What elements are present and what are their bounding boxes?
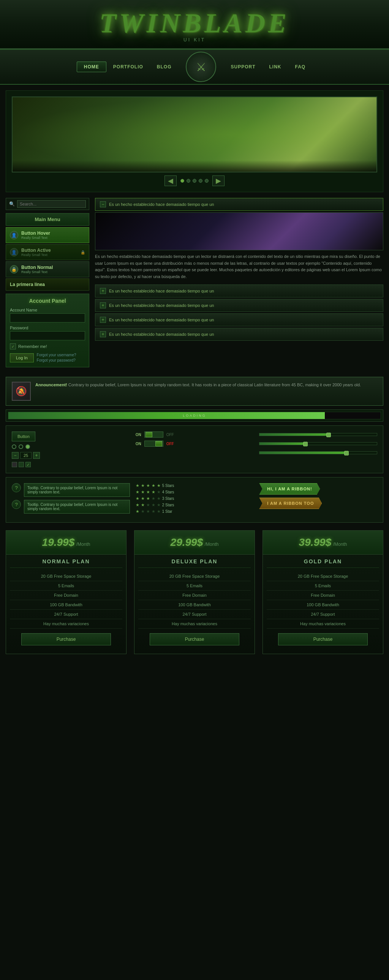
- star-3-2[interactable]: ★: [141, 496, 145, 501]
- accordion-toggle-1[interactable]: +: [100, 288, 106, 294]
- star-3-1[interactable]: ★: [136, 496, 139, 501]
- accordion-toggle-3[interactable]: +: [100, 317, 106, 323]
- loading-label: LOADING: [8, 414, 381, 417]
- checkbox-checked[interactable]: ✓: [26, 462, 31, 467]
- slider-handle-1[interactable]: [326, 433, 331, 437]
- tooltip-icon-1: ?: [12, 483, 21, 492]
- menu-item-text-item[interactable]: La primera línea: [6, 278, 89, 291]
- star-5-2[interactable]: ★: [141, 483, 145, 488]
- slider-dot-4[interactable]: [199, 179, 202, 183]
- menu-item-hover[interactable]: 👤 Button Hover Really Small Text: [6, 227, 89, 243]
- star-1-4[interactable]: ★: [151, 509, 155, 514]
- menu-item-active[interactable]: 👤 Button Active Really Small Text 🔒: [6, 244, 89, 260]
- nav-portfolio[interactable]: PORTFOLIO: [106, 62, 150, 72]
- slider-1[interactable]: [259, 433, 377, 436]
- toggle-on-label-1: ON: [136, 433, 141, 437]
- slider-dots: [180, 179, 209, 183]
- login-button[interactable]: Log In: [10, 353, 34, 363]
- purchase-button-deluxe[interactable]: Purchase: [150, 633, 240, 645]
- slider-next[interactable]: ▶: [212, 175, 225, 186]
- nav-support[interactable]: SUPPORT: [224, 62, 262, 72]
- forgot-links: Forgot your username? Forgot your passwo…: [37, 353, 77, 363]
- star-3-3[interactable]: ★: [146, 496, 150, 501]
- nav-home[interactable]: HOME: [77, 62, 106, 72]
- announce-bold: Announcement!: [35, 382, 67, 387]
- star-3-4[interactable]: ★: [151, 496, 155, 501]
- menu-item-text-active: Button Active Really Small Text: [21, 248, 78, 257]
- nav-faq[interactable]: FAQ: [289, 62, 312, 72]
- radio-2[interactable]: [19, 444, 23, 449]
- toggle-track-2[interactable]: [144, 441, 163, 447]
- remember-row: ✓ Remember me!: [10, 344, 85, 350]
- account-name-label: Account Name: [10, 308, 85, 312]
- pricing-feat-d-1: 20 GB Free Space Storage: [138, 572, 251, 581]
- star-4-4[interactable]: ★: [151, 490, 155, 495]
- purchase-button-gold[interactable]: Purchase: [278, 633, 368, 645]
- pricing-body-deluxe: DELUXE PLAN 20 GB Free Space Storage 5 E…: [134, 555, 255, 654]
- star-1-5[interactable]: ★: [157, 509, 161, 514]
- control-group-right: [259, 431, 377, 467]
- remember-checkbox[interactable]: ✓: [10, 344, 16, 350]
- toggle-row-1: ON OFF: [136, 431, 254, 438]
- star-label-2: 2 Stars: [162, 503, 174, 507]
- star-1-2[interactable]: ★: [141, 509, 145, 514]
- star-5-1[interactable]: ★: [136, 483, 139, 488]
- forgot-username-link[interactable]: Forgot your username?: [37, 353, 77, 358]
- demo-button[interactable]: Button: [12, 431, 35, 441]
- star-4-2[interactable]: ★: [141, 490, 145, 495]
- nav-blog[interactable]: BLOG: [150, 62, 179, 72]
- accordion-item-3: + Es un hecho establecido hace demasiado…: [95, 313, 383, 326]
- swatch-darkgreen[interactable]: [19, 462, 24, 467]
- ribbon-green: HI, I AM A RIBBON!: [259, 483, 320, 495]
- star-4-3[interactable]: ★: [146, 490, 150, 495]
- star-2-3[interactable]: ★: [146, 503, 150, 508]
- star-5-3[interactable]: ★: [146, 483, 150, 488]
- nav-right: SUPPORT LINK FAQ: [224, 62, 312, 72]
- star-1-1[interactable]: ★: [136, 509, 139, 514]
- star-5-4[interactable]: ★: [151, 483, 155, 488]
- pricing-feat-g-4: 100 GB Bandwith: [267, 600, 379, 610]
- accordion-toggle-top[interactable]: −: [100, 201, 106, 207]
- nav-logo: [186, 52, 216, 82]
- slider-prev[interactable]: ◀: [164, 175, 177, 186]
- star-3-5[interactable]: ★: [157, 496, 161, 501]
- account-name-input[interactable]: [10, 313, 85, 323]
- star-1-3[interactable]: ★: [146, 509, 150, 514]
- password-input[interactable]: [10, 331, 85, 340]
- counter-increment[interactable]: +: [33, 452, 40, 459]
- navigation: HOME PORTFOLIO BLOG SUPPORT LINK FAQ: [0, 49, 389, 85]
- star-2-5[interactable]: ★: [157, 503, 161, 508]
- tooltip-box-2: Tooltip. Contrary to popular belief, Lor…: [24, 500, 130, 514]
- slider-handle-3[interactable]: [344, 451, 349, 455]
- radio-3[interactable]: [26, 444, 30, 449]
- radio-row: [12, 444, 130, 449]
- star-4-1[interactable]: ★: [136, 490, 139, 495]
- slider-dot-2[interactable]: [187, 179, 190, 183]
- menu-item-normal[interactable]: 🔒 Button Normal Really Small Text: [6, 261, 89, 277]
- counter-decrement[interactable]: −: [12, 452, 19, 459]
- site-title: TWINBLADE: [0, 8, 389, 39]
- slider-dot-3[interactable]: [193, 179, 196, 183]
- toggle-track-1[interactable]: [144, 431, 163, 438]
- swatch-dark[interactable]: [12, 462, 17, 467]
- radio-1[interactable]: [12, 444, 16, 449]
- menu-item-subtitle-hover: Really Small Text: [21, 236, 85, 240]
- slider-dot-1[interactable]: [180, 179, 184, 183]
- slider-dot-5[interactable]: [205, 179, 209, 183]
- accordion-toggle-2[interactable]: +: [100, 302, 106, 309]
- purchase-button-normal[interactable]: Purchase: [21, 633, 111, 645]
- slider-3[interactable]: [259, 451, 377, 454]
- star-2-4[interactable]: ★: [151, 503, 155, 508]
- accordion-item-4: + Es un hecho establecido hace demasiado…: [95, 328, 383, 341]
- slider-handle-2[interactable]: [303, 442, 308, 446]
- star-2-1[interactable]: ★: [136, 503, 139, 508]
- slider-fill-3: [260, 452, 347, 454]
- star-4-5[interactable]: ★: [157, 490, 161, 495]
- slider-2[interactable]: [259, 442, 377, 445]
- star-5-5[interactable]: ★: [157, 483, 161, 488]
- star-2-2[interactable]: ★: [141, 503, 145, 508]
- accordion-toggle-4[interactable]: +: [100, 331, 106, 337]
- search-input[interactable]: [17, 200, 86, 208]
- forgot-password-link[interactable]: Forgot your password?: [37, 358, 77, 363]
- nav-link[interactable]: LINK: [263, 62, 289, 72]
